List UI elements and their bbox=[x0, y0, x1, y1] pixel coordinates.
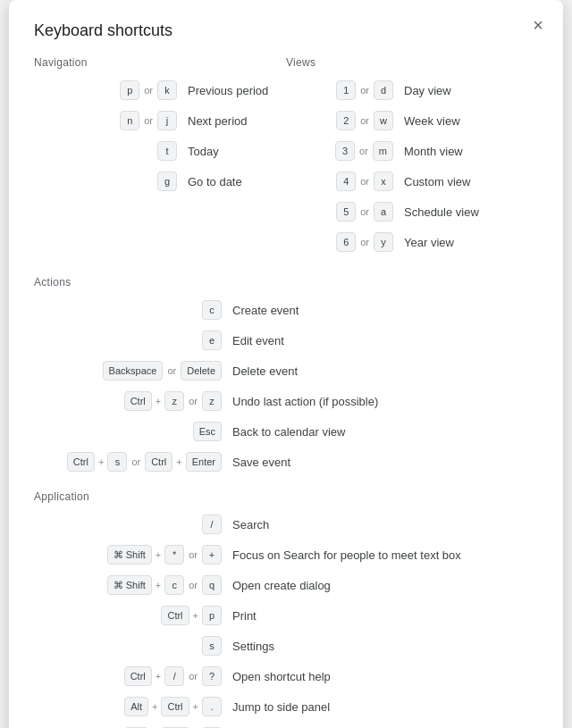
shortcut-row: BackspaceorDelete Delete event bbox=[34, 358, 538, 383]
shortcut-desc: Settings bbox=[232, 640, 274, 653]
shortcut-keys: Ctrl+zorz bbox=[34, 391, 222, 411]
or-separator: or bbox=[131, 456, 140, 467]
shortcut-keys: 1ord bbox=[286, 80, 393, 100]
key-badge: / bbox=[202, 515, 222, 534]
plus-separator: + bbox=[156, 580, 161, 590]
shortcut-desc: Year view bbox=[404, 236, 454, 249]
key-badge: Esc bbox=[193, 422, 222, 441]
or-separator: or bbox=[360, 176, 369, 187]
key-badge: + bbox=[202, 545, 222, 565]
shortcut-row: Ctrl+zorz Undo last action (if possible) bbox=[34, 389, 538, 414]
shortcut-row: 6ory Year view bbox=[286, 230, 538, 255]
shortcut-row: 5ora Schedule view bbox=[286, 199, 538, 224]
or-separator: or bbox=[189, 580, 198, 590]
shortcut-row: Ctrl+sorCtrl+Enter Save event bbox=[34, 449, 538, 474]
key-badge: m bbox=[373, 141, 393, 161]
shortcut-row: 3orm Month view bbox=[286, 138, 538, 163]
shortcut-row: norj Next period bbox=[34, 108, 286, 133]
shortcut-row: g Go to date bbox=[34, 169, 286, 194]
key-badge: Backspace bbox=[103, 361, 164, 381]
shortcut-keys: Esc bbox=[34, 422, 222, 441]
or-separator: or bbox=[189, 549, 198, 560]
views-section: Views 1ord Day view 2orw Week view 3orm … bbox=[286, 56, 538, 260]
shortcut-keys: Alt+Ctrl+. bbox=[34, 697, 222, 716]
shortcut-keys: g bbox=[34, 172, 177, 191]
shortcut-desc: Open shortcut help bbox=[232, 670, 331, 683]
shortcut-desc: Go to date bbox=[188, 175, 242, 188]
shortcut-keys: 5ora bbox=[286, 202, 393, 222]
key-badge: Ctrl bbox=[124, 391, 152, 411]
key-badge: Delete bbox=[181, 361, 222, 381]
shortcut-desc: Jump to side panel bbox=[232, 700, 330, 714]
key-badge: a bbox=[374, 202, 393, 222]
shortcut-row: Alt+Ctrl+, Jump to side panel bbox=[34, 724, 538, 728]
key-badge: n bbox=[120, 111, 139, 130]
shortcut-desc: Edit event bbox=[232, 334, 284, 347]
shortcut-row: s Settings bbox=[34, 633, 538, 658]
shortcut-desc: Previous period bbox=[188, 84, 268, 97]
shortcut-keys: c bbox=[34, 300, 222, 320]
key-badge: Ctrl bbox=[67, 452, 95, 472]
shortcut-row: ⌘ Shift+corq Open create dialog bbox=[34, 573, 538, 598]
key-badge: 3 bbox=[335, 141, 355, 161]
shortcut-desc: Back to calendar view bbox=[232, 425, 345, 439]
application-title: Application bbox=[34, 490, 538, 503]
key-badge: 1 bbox=[336, 80, 356, 100]
shortcut-keys: ⌘ Shift+*or+ bbox=[34, 545, 222, 565]
key-badge: 6 bbox=[336, 232, 356, 252]
shortcut-desc: Month view bbox=[404, 145, 463, 158]
or-separator: or bbox=[359, 146, 368, 156]
key-badge: p bbox=[120, 80, 139, 100]
key-badge: z bbox=[202, 391, 222, 411]
key-badge: Ctrl bbox=[161, 606, 189, 625]
shortcut-keys: BackspaceorDelete bbox=[34, 361, 222, 381]
shortcut-desc: Create event bbox=[232, 304, 299, 317]
shortcut-keys: 6ory bbox=[286, 232, 393, 252]
key-badge: c bbox=[202, 300, 222, 320]
shortcut-desc: Open create dialog bbox=[232, 579, 331, 592]
key-badge: q bbox=[202, 575, 222, 595]
key-badge: k bbox=[157, 80, 177, 100]
key-badge: j bbox=[157, 111, 177, 130]
shortcut-desc: Focus on Search for people to meet text … bbox=[232, 548, 461, 562]
shortcut-keys: s bbox=[34, 636, 222, 656]
plus-separator: + bbox=[156, 396, 161, 406]
views-shortcuts: 1ord Day view 2orw Week view 3orm Month … bbox=[286, 78, 538, 255]
shortcut-keys: Ctrl+sorCtrl+Enter bbox=[34, 452, 222, 472]
key-badge: Ctrl bbox=[145, 452, 172, 472]
or-separator: or bbox=[360, 206, 369, 217]
plus-separator: + bbox=[193, 701, 198, 712]
close-button[interactable]: × bbox=[527, 14, 549, 36]
shortcut-row: c Create event bbox=[34, 297, 538, 322]
key-badge: c bbox=[164, 575, 184, 595]
key-badge: * bbox=[164, 545, 184, 565]
key-badge: e bbox=[202, 331, 222, 350]
shortcut-keys: t bbox=[34, 141, 177, 161]
key-badge: / bbox=[164, 666, 184, 686]
shortcut-row: Alt+Ctrl+. Jump to side panel bbox=[34, 694, 538, 719]
shortcut-row: 4orx Custom view bbox=[286, 169, 538, 194]
shortcut-desc: Undo last action (if possible) bbox=[232, 395, 378, 408]
key-badge: w bbox=[374, 111, 393, 130]
shortcut-keys: 2orw bbox=[286, 111, 393, 130]
or-separator: or bbox=[144, 115, 153, 126]
navigation-title: Navigation bbox=[34, 56, 286, 69]
plus-separator: + bbox=[156, 671, 161, 682]
or-separator: or bbox=[167, 365, 176, 376]
key-badge: 2 bbox=[336, 111, 356, 130]
key-badge: ? bbox=[202, 666, 222, 686]
actions-title: Actions bbox=[34, 276, 538, 289]
shortcut-keys: ⌘ Shift+corq bbox=[34, 575, 222, 595]
shortcut-row: e Edit event bbox=[34, 328, 538, 353]
or-separator: or bbox=[360, 237, 369, 247]
plus-separator: + bbox=[156, 549, 161, 560]
actions-section: Actions c Create event e Edit event Back… bbox=[34, 276, 538, 474]
or-separator: or bbox=[360, 85, 369, 96]
views-title: Views bbox=[286, 56, 538, 69]
key-badge: d bbox=[374, 80, 393, 100]
shortcut-row: t Today bbox=[34, 138, 286, 163]
key-badge: Alt bbox=[124, 697, 148, 716]
shortcut-row: Ctrl+/or? Open shortcut help bbox=[34, 664, 538, 689]
key-badge: 4 bbox=[336, 172, 356, 191]
shortcut-desc: Today bbox=[188, 145, 219, 158]
